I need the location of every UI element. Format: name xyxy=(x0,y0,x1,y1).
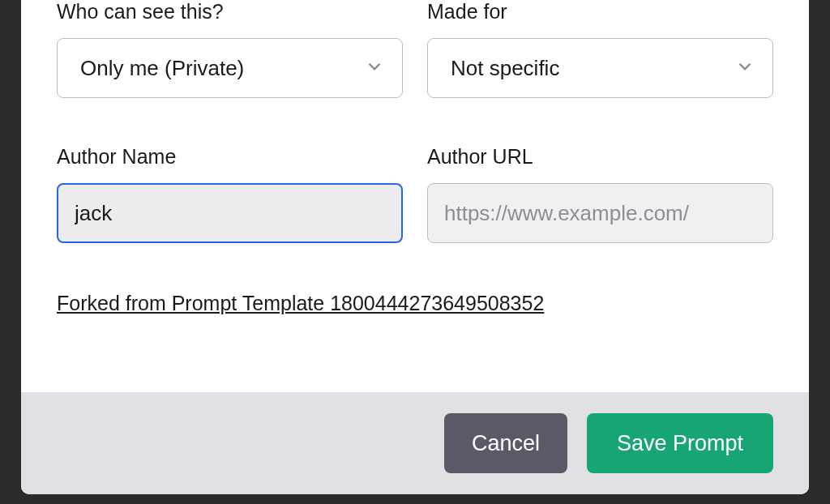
forked-from-link[interactable]: Forked from Prompt Template 180044427364… xyxy=(57,292,544,315)
author-url-label: Author URL xyxy=(427,145,773,169)
cancel-button[interactable]: Cancel xyxy=(444,413,567,473)
author-url-input[interactable] xyxy=(427,183,773,243)
visibility-field: Who can see this? Only me (Private) xyxy=(57,0,403,98)
save-button[interactable]: Save Prompt xyxy=(587,413,773,473)
madefor-select-wrap: Not specific xyxy=(427,38,773,98)
madefor-label: Made for xyxy=(427,0,773,23)
modal-body: Who can see this? Only me (Private) Made… xyxy=(21,0,809,392)
author-name-input[interactable] xyxy=(57,183,403,243)
visibility-label: Who can see this? xyxy=(57,0,403,23)
author-url-field: Author URL xyxy=(427,145,773,243)
modal-footer: Cancel Save Prompt xyxy=(21,392,809,494)
author-name-field: Author Name xyxy=(57,145,403,243)
madefor-select[interactable]: Not specific xyxy=(427,38,773,98)
row-author: Author Name Author URL xyxy=(57,145,773,243)
row-visibility-madefor: Who can see this? Only me (Private) Made… xyxy=(57,0,773,98)
visibility-selected-value: Only me (Private) xyxy=(80,56,244,81)
author-name-label: Author Name xyxy=(57,145,403,169)
visibility-select-wrap: Only me (Private) xyxy=(57,38,403,98)
visibility-select[interactable]: Only me (Private) xyxy=(57,38,403,98)
prompt-modal: Who can see this? Only me (Private) Made… xyxy=(21,0,809,494)
madefor-selected-value: Not specific xyxy=(451,56,559,81)
madefor-field: Made for Not specific xyxy=(427,0,773,98)
